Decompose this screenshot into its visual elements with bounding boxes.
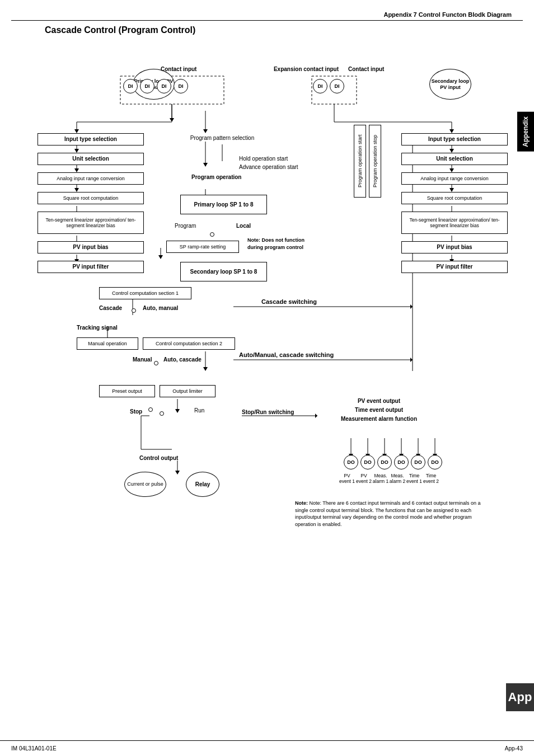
program-operation-start: Program operation start — [354, 125, 366, 198]
preset-output: Preset output — [99, 385, 155, 397]
auto-manual-label: Auto, manual — [143, 305, 178, 311]
page-container: Appendix 7 Control Functon Blodk Diagram… — [0, 0, 534, 756]
do-circle-4: DO — [394, 455, 409, 469]
di-circle-4: DI — [174, 79, 188, 93]
pv-event-output: PV event output — [317, 398, 441, 404]
meas-alarm-function: Measurement alarm function — [317, 416, 441, 422]
program-operation-stop: Program operation stop — [369, 125, 381, 198]
auto-cascade-label: Auto, cascade — [163, 356, 202, 363]
control-comp-1: Control computation section 1 — [99, 287, 191, 299]
di-circle-6: DI — [330, 79, 344, 93]
do-label-3: Meas. alarm 1 — [372, 473, 389, 484]
stop-label: Stop — [130, 408, 142, 415]
manual-label: Manual — [133, 356, 152, 363]
svg-marker-28 — [449, 188, 454, 192]
svg-marker-3 — [170, 118, 174, 122]
svg-marker-14 — [74, 168, 79, 172]
stop-run-switching: Stop/Run switching — [242, 409, 294, 415]
do-circle-6: DO — [428, 455, 442, 469]
relay-label: Relay — [186, 472, 219, 497]
svg-marker-16 — [74, 188, 79, 192]
header-title: Appendix 7 Control Functon Blodk Diagram — [383, 11, 512, 18]
svg-marker-10 — [449, 129, 454, 133]
tracking-signal: Tracking signal — [77, 325, 118, 331]
input-type-selection-left: Input type selection — [38, 133, 144, 145]
do-circle-2: DO — [360, 455, 375, 469]
advance-operation-start: Advance operation start — [239, 164, 298, 170]
svg-marker-56 — [175, 409, 180, 413]
note-text: Note: Note: There are 6 contact input te… — [295, 500, 485, 528]
di-circle-1: DI — [123, 79, 138, 93]
svg-marker-12 — [74, 149, 79, 153]
di-circle-3: DI — [157, 79, 171, 93]
secondary-loop-sp: Secondary loop SP 1 to 8 — [180, 262, 267, 281]
svg-marker-63 — [175, 471, 180, 475]
svg-marker-24 — [449, 149, 454, 153]
stop-switch-circle2 — [160, 411, 164, 416]
expansion-contact-input: Expansion contact input — [273, 66, 340, 72]
contact-input-label-right: Contact input — [348, 66, 384, 72]
local-label: Local — [236, 223, 251, 229]
time-event-output: Time event output — [317, 407, 441, 413]
cascade-switch — [132, 308, 136, 313]
square-root-left: Square root computation — [38, 192, 144, 204]
stop-switch-circle1 — [148, 407, 153, 412]
svg-marker-6 — [74, 129, 79, 133]
auto-manual-cascade-switching: Auto/Manual, cascade switching — [239, 351, 334, 358]
footer-left: IM 04L31A01-01E — [11, 745, 57, 752]
do-circle-5: DO — [411, 455, 425, 469]
sp-ramp-rate: SP ramp-rate setting — [166, 241, 239, 253]
di-circle-2: DI — [140, 79, 154, 93]
run-label: Run — [194, 407, 204, 414]
svg-marker-26 — [449, 168, 454, 172]
app-box: App — [506, 683, 534, 711]
square-root-right: Square root computation — [401, 192, 508, 204]
do-label-6: Time event 2 — [423, 473, 439, 484]
do-circle-3: DO — [377, 455, 392, 469]
page-header: Appendix 7 Control Functon Blodk Diagram — [11, 11, 523, 21]
control-comp-2: Control computation section 2 — [143, 337, 235, 350]
pv-input-filter-left: PV input filter — [38, 261, 144, 273]
analog-input-left: Analog input range conversion — [38, 172, 144, 185]
note-program-control: Note: Does not functionduring program co… — [247, 237, 371, 251]
cascade-switching: Cascade switching — [261, 298, 317, 305]
svg-marker-37 — [203, 129, 208, 133]
current-pulse: Current or pulse — [124, 472, 166, 497]
unit-selection-right: Unit selection — [401, 153, 508, 165]
svg-marker-49 — [410, 304, 413, 309]
do-label-1: PV event 1 — [339, 473, 355, 484]
svg-marker-40 — [203, 163, 208, 167]
hold-operation-start: Hold operation start — [239, 156, 288, 162]
ten-segment-right: Ten-segment linearizer approximation/ te… — [401, 212, 508, 234]
control-output-label: Control output — [139, 455, 178, 461]
manual-operation: Manual operation — [77, 337, 138, 350]
page-title: Cascade Control (Program Control) — [45, 25, 523, 35]
program-label: Program — [175, 223, 196, 229]
secondary-loop-pv-input: Secondary loop PV input — [429, 69, 471, 100]
pv-input-bias-left: PV input bias — [38, 241, 144, 253]
svg-marker-52 — [203, 367, 208, 371]
contact-input-label-left: Contact input — [161, 66, 196, 72]
svg-marker-44 — [158, 255, 163, 259]
analog-input-right: Analog input range conversion — [401, 172, 508, 185]
do-label-5: Time event 1 — [406, 473, 423, 484]
pv-input-bias-right: PV input bias — [401, 241, 508, 253]
primary-loop-sp: Primary loop SP 1 to 8 — [180, 195, 267, 214]
svg-marker-54 — [410, 358, 413, 362]
input-type-selection-right: Input type selection — [401, 133, 508, 145]
program-operation-label: Program operation — [191, 174, 241, 180]
output-limiter: Output limiter — [160, 385, 216, 397]
pv-input-filter-right: PV input filter — [401, 261, 508, 273]
diagram-area: Primary loop PV input Contact input Expa… — [21, 46, 513, 595]
footer: IM 04L31A01-01E App-43 — [0, 740, 534, 756]
cascade-label: Cascade — [99, 305, 122, 311]
do-circle-1: DO — [344, 455, 358, 469]
unit-selection-left: Unit selection — [38, 153, 144, 165]
appendix-tab: Appendix — [517, 112, 534, 152]
footer-right: App-43 — [505, 745, 523, 752]
ten-segment-left: Ten-segment linearizer approximation/ te… — [38, 212, 144, 234]
do-label-4: Meas. alarm 2 — [389, 473, 406, 484]
program-local-switch — [210, 232, 214, 237]
manual-switch — [154, 361, 158, 365]
do-label-2: PV event 2 — [355, 473, 372, 484]
